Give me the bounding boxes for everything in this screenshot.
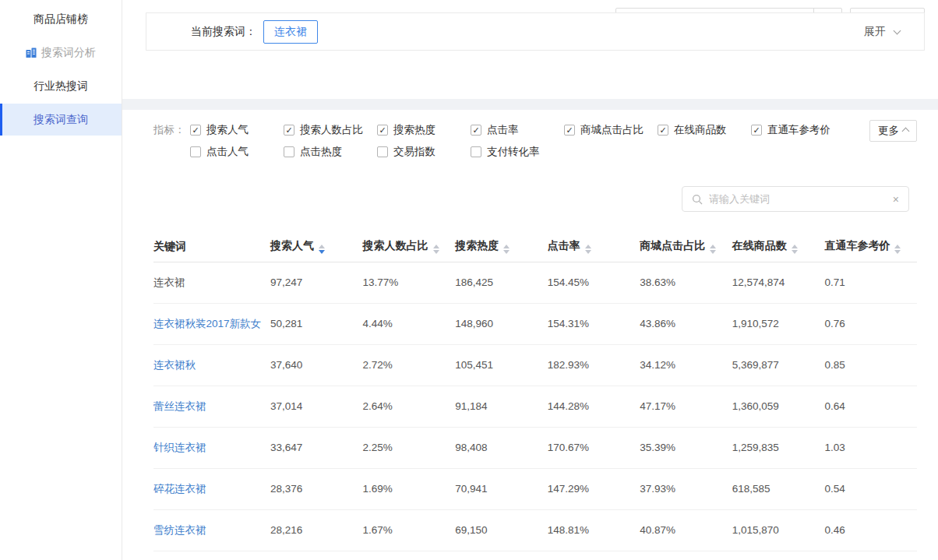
indicator-label: 搜索人气 xyxy=(206,123,249,137)
value-cell: 40.87% xyxy=(640,509,732,551)
checkbox-checked-icon[interactable] xyxy=(190,125,201,136)
sort-icon[interactable] xyxy=(792,245,798,254)
table-row: 连衣裙秋37,6402.72%105,451182.93%34.12%5,369… xyxy=(153,344,917,386)
sidebar-item-label: 商品店铺榜 xyxy=(34,12,88,26)
checkbox-checked-icon[interactable] xyxy=(471,125,481,136)
keyword-search-input[interactable] xyxy=(709,193,887,205)
clear-icon[interactable]: × xyxy=(893,194,899,205)
column-header-3[interactable]: 搜索人数占比 xyxy=(363,232,456,262)
value-cell: 105,451 xyxy=(455,344,548,386)
keyword-link[interactable]: 碎花连衣裙 xyxy=(153,483,206,495)
checkbox-checked-icon[interactable] xyxy=(751,125,762,136)
keyword-link[interactable]: 连衣裙秋装2017新款女 xyxy=(153,318,261,329)
value-cell: 0.76 xyxy=(824,303,917,344)
column-header-7[interactable]: 在线商品数 xyxy=(732,232,825,262)
sort-icon[interactable] xyxy=(710,245,716,254)
indicator-checkbox-item[interactable]: 在线商品数 xyxy=(658,123,751,137)
value-cell: 147.29% xyxy=(548,468,640,509)
checkbox-unchecked-icon[interactable] xyxy=(377,146,388,157)
indicator-checkbox-item[interactable]: 搜索热度 xyxy=(377,123,471,137)
indicator-label: 交易指数 xyxy=(393,145,436,159)
column-header-1: 关键词 xyxy=(153,232,270,262)
indicator-checkbox-item[interactable]: 支付转化率 xyxy=(471,145,564,159)
sidebar-nav: 商品店铺榜搜索词分析行业热搜词搜索词查询 xyxy=(0,3,122,136)
value-cell: 148.81% xyxy=(548,509,640,551)
column-header-8[interactable]: 直通车参考价 xyxy=(824,232,917,262)
table-row: 雪纺连衣裙28,2161.67%69,150148.81%40.87%1,015… xyxy=(153,509,917,551)
checkbox-checked-icon[interactable] xyxy=(284,125,294,136)
indicator-checkbox-item[interactable]: 点击热度 xyxy=(284,145,377,159)
table-row: 碎花连衣裙28,3761.69%70,941147.29%37.93%618,5… xyxy=(153,468,917,509)
value-cell: 35.39% xyxy=(640,427,732,468)
sidebar-item-label: 搜索词查询 xyxy=(34,113,88,127)
indicator-checkbox-item[interactable]: 搜索人数占比 xyxy=(284,123,377,137)
expand-toggle[interactable]: 展开 xyxy=(864,25,900,39)
main-area: 搜索词查询 累计值 最近1天（2017-10-09~2017-10-09） 15… xyxy=(122,0,938,560)
results-table-wrap: 关键词搜索人气搜索人数占比搜索热度点击率商城点击占比在线商品数直通车参考价 连衣… xyxy=(153,232,917,551)
search-row: × xyxy=(122,186,909,212)
keyword-link[interactable]: 针织连衣裙 xyxy=(153,442,206,453)
column-header-2[interactable]: 搜索人气 xyxy=(270,232,363,262)
value-cell: 37,014 xyxy=(270,386,363,427)
checkbox-unchecked-icon[interactable] xyxy=(284,146,294,157)
sort-icon[interactable] xyxy=(319,245,325,254)
indicators-label: 指标： xyxy=(153,119,190,163)
value-cell: 154.45% xyxy=(548,262,640,303)
indicator-row-1: 搜索人气搜索人数占比搜索热度点击率商城点击占比在线商品数直通车参考价 xyxy=(190,119,845,141)
indicator-label: 商城点击占比 xyxy=(580,123,644,137)
checkbox-unchecked-icon[interactable] xyxy=(471,146,481,157)
more-button[interactable]: 更多 xyxy=(869,120,917,142)
sidebar-item-4[interactable]: 搜索词查询 xyxy=(0,104,122,136)
sort-icon[interactable] xyxy=(585,245,591,254)
value-cell: 69,150 xyxy=(455,509,548,551)
indicator-label: 点击人气 xyxy=(206,145,249,159)
table-header-row: 关键词搜索人气搜索人数占比搜索热度点击率商城点击占比在线商品数直通车参考价 xyxy=(153,232,917,262)
table-row: 针织连衣裙33,6472.25%98,408170.67%35.39%1,259… xyxy=(153,427,917,468)
search-icon xyxy=(692,194,703,205)
keyword-link[interactable]: 蕾丝连衣裙 xyxy=(153,400,206,412)
value-cell: 5,369,877 xyxy=(732,344,825,386)
sidebar-item-label: 行业热搜词 xyxy=(34,79,88,93)
results-table: 关键词搜索人气搜索人数占比搜索热度点击率商城点击占比在线商品数直通车参考价 连衣… xyxy=(153,232,917,551)
value-cell: 1.69% xyxy=(363,468,456,509)
value-cell: 28,216 xyxy=(270,509,363,551)
value-cell: 13.77% xyxy=(363,262,456,303)
checkbox-unchecked-icon[interactable] xyxy=(190,146,201,157)
sidebar-item-1[interactable]: 商品店铺榜 xyxy=(0,3,122,35)
value-cell: 0.64 xyxy=(824,386,917,427)
sidebar-item-3[interactable]: 行业热搜词 xyxy=(0,70,122,102)
value-cell: 170.67% xyxy=(548,427,640,468)
indicator-row-2: 点击人气点击热度交易指数支付转化率 xyxy=(190,141,845,163)
keyword-link[interactable]: 连衣裙秋 xyxy=(153,359,196,371)
indicator-checkbox-item[interactable]: 商城点击占比 xyxy=(564,123,658,137)
indicator-checkbox-item[interactable]: 搜索人气 xyxy=(190,123,284,137)
sort-icon[interactable] xyxy=(433,245,439,254)
table-row: 连衣裙秋装2017新款女50,2814.44%148,960154.31%43.… xyxy=(153,303,917,344)
sort-icon[interactable] xyxy=(503,245,510,254)
checkbox-checked-icon[interactable] xyxy=(658,125,668,136)
value-cell: 1,259,835 xyxy=(732,427,825,468)
keyword-search-box[interactable]: × xyxy=(682,186,909,212)
indicator-label: 点击热度 xyxy=(300,145,342,159)
value-cell: 38.63% xyxy=(640,262,732,303)
column-label: 在线商品数 xyxy=(732,239,787,252)
current-term-tag[interactable]: 连衣裙 xyxy=(263,20,318,44)
keyword-link[interactable]: 雪纺连衣裙 xyxy=(153,524,206,536)
content-panel: 指标： 搜索人气搜索人数占比搜索热度点击率商城点击占比在线商品数直通车参考价 点… xyxy=(122,110,938,560)
value-cell: 0.71 xyxy=(824,262,917,303)
column-header-6[interactable]: 商城点击占比 xyxy=(640,232,732,262)
indicator-checkbox-item[interactable]: 直通车参考价 xyxy=(751,123,845,137)
column-header-4[interactable]: 搜索热度 xyxy=(455,232,548,262)
value-cell: 12,574,874 xyxy=(732,262,825,303)
sort-icon[interactable] xyxy=(894,245,901,254)
keyword-cell: 雪纺连衣裙 xyxy=(153,509,270,551)
checkbox-checked-icon[interactable] xyxy=(377,125,388,136)
value-cell: 144.28% xyxy=(548,386,640,427)
indicator-checkbox-item[interactable]: 交易指数 xyxy=(377,145,471,159)
sidebar-item-2[interactable]: 搜索词分析 xyxy=(0,37,122,69)
indicator-checkbox-item[interactable]: 点击人气 xyxy=(190,145,284,159)
indicator-checkbox-item[interactable]: 点击率 xyxy=(471,123,564,137)
checkbox-checked-icon[interactable] xyxy=(564,125,575,136)
column-header-5[interactable]: 点击率 xyxy=(548,232,640,262)
column-label: 点击率 xyxy=(548,239,580,252)
